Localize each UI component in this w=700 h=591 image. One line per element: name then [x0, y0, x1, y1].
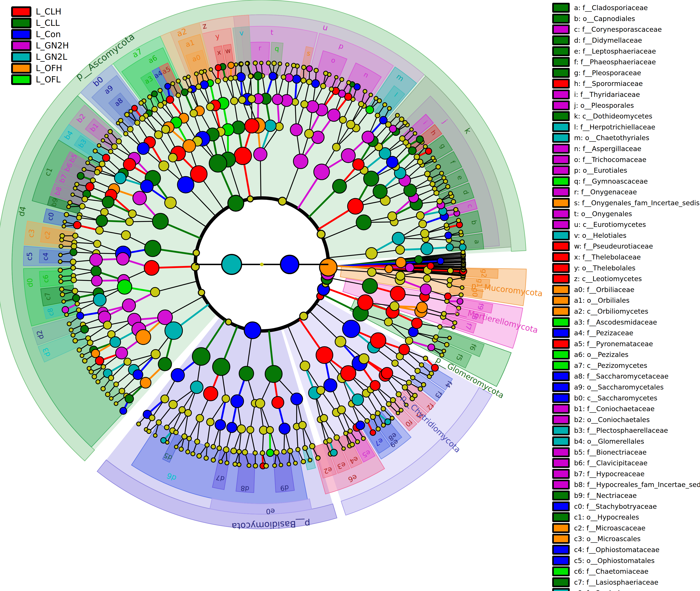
legend-swatch [552, 14, 570, 24]
legend-taxa-item: r: f__Onygenaceae [552, 187, 700, 198]
legend-taxa-item: a7: c__Pezizomycetes [552, 360, 700, 371]
legend-taxa-item: b5: f__Bionectriaceae [552, 447, 700, 458]
legend-taxa-item: b0: c__Saccharomycetes [552, 392, 700, 403]
legend-taxa-label: b: o__Capnodiales [574, 15, 635, 23]
legend-taxa-item: c5: o__Ophiostomatales [552, 555, 700, 566]
legend-taxa-label: c3: o__Microascales [574, 535, 641, 543]
legend-taxa-label: k: c__Dothideomycetes [574, 112, 652, 120]
clade-label-c6: c6 [42, 274, 50, 283]
legend-taxa-item: y: o__Thelebolales [552, 262, 700, 273]
legend-taxa-label: d: f__Didymellaceae [574, 36, 642, 44]
legend-taxa-label: c6: f__Chaetomiaceae [574, 567, 649, 575]
legend-swatch [552, 328, 570, 338]
legend-taxa-label: a1: o__Orbiliales [574, 297, 630, 304]
clade-label-c4: c4 [41, 252, 50, 261]
legend-swatch [552, 122, 570, 132]
legend-taxa-label: c1: o__Hypocreales [574, 513, 639, 521]
legend-group-label: L_CLL [36, 18, 60, 28]
legend-taxa-label: l: f__Herpotrichiellaceae [574, 123, 655, 131]
clade-label-c7: c7 [43, 292, 52, 301]
clade-label-d9: d9 [280, 483, 289, 492]
legend-taxa-label: h: f__Sporormiaceae [574, 80, 643, 87]
legend-taxa-label: a8: f__Saccharomycetaceae [574, 372, 668, 380]
legend-swatch [552, 155, 570, 165]
legend-taxa-item: a1: o__Orbiliales [552, 295, 700, 306]
legend-swatch [11, 18, 32, 28]
legend-swatch [11, 29, 32, 40]
legend-taxa-item: b8: f__Hypocreales_fam_Incertae_sedis [552, 479, 700, 490]
legend-swatch [552, 502, 570, 511]
legend-swatch [552, 3, 570, 13]
legend-swatch [552, 274, 570, 284]
legend-taxa-label: c5: o__Ophiostomatales [574, 556, 655, 565]
legend-taxa-label: b5: f__Bionectriaceae [574, 448, 647, 456]
legend-swatch [552, 458, 570, 468]
legend-taxa-label: q: f__Gymnoascaceae [574, 177, 648, 185]
legend-taxa-item: b6: f__Clavicipitaceae [552, 458, 700, 468]
legend-swatch [552, 306, 570, 316]
legend-swatch [552, 512, 570, 522]
legend-swatch [552, 523, 570, 533]
legend-taxa-item: a0: f__Orbiliaceae [552, 284, 700, 295]
legend-swatch [552, 404, 570, 414]
legend-taxa-item: c1: o__Hypocreales [552, 512, 700, 523]
legend-taxa-label: b3: f__Plectosphaerellaceae [574, 426, 668, 434]
legend-swatch [552, 447, 570, 457]
legend-swatch [552, 371, 570, 381]
cladogram: kjabcdefghiumlpnostqrzvywxa2a1a0a7a6a5a4… [0, 0, 700, 591]
legend-swatch [552, 111, 570, 121]
legend-taxa-label: s: f__Onygenales_fam_Incertae_sedis [574, 199, 700, 207]
legend-taxa-label: w: f__Pseudeurotiaceae [574, 242, 653, 250]
legend-swatch [552, 241, 570, 251]
legend-swatch [552, 89, 570, 100]
legend-taxa-item: m: o__Chaetothyriales [552, 132, 700, 143]
legend-taxa-item: b4: o__Glomerellales [552, 436, 700, 447]
legend-taxa-label: o: f__Trichocomaceae [574, 156, 646, 163]
legend-taxa-item: c8: f__Sordariaceae [552, 588, 700, 591]
legend-group-item: L_OFL [11, 74, 69, 85]
legend-taxa-item: j: o__Pleosporales [552, 100, 700, 111]
legend-group-item: L_OFH [11, 63, 69, 74]
legend-taxa-item: a2: c__Orbiliomycetes [552, 306, 700, 317]
legend-taxa-label: i: f__Thyridariaceae [574, 90, 640, 98]
legend-taxa-label: a4: f__Pezizaceae [574, 329, 633, 337]
legend-swatch [552, 360, 570, 371]
clade-label-g2: g2 [480, 269, 488, 278]
legend-taxa-label: a9: o__Saccharomycetales [574, 383, 664, 391]
legend-taxa-label: b8: f__Hypocreales_fam_Incertae_sedis [574, 481, 700, 488]
legend-swatch [552, 176, 570, 186]
group-legend: L_CLHL_CLLL_ConL_GN2HL_GN2LL_OFHL_OFL [11, 6, 69, 85]
legend-taxa-item: i: f__Thyridariaceae [552, 89, 700, 100]
legend-taxa-label: x: f__Thelebolaceae [574, 253, 641, 261]
legend-taxa-item: x: f__Thelebolaceae [552, 252, 700, 263]
legend-taxa-label: c2: f__Microascaceae [574, 524, 646, 532]
legend-swatch [552, 198, 570, 208]
legend-taxa-item: k: c__Dothideomycetes [552, 111, 700, 122]
legend-taxa-label: y: o__Thelebolales [574, 264, 635, 272]
legend-swatch [552, 545, 570, 555]
legend-taxa-label: u: c__Eurotiomycetes [574, 220, 646, 228]
legend-swatch [552, 252, 570, 262]
legend-group-label: L_GN2L [36, 52, 67, 62]
legend-taxa-label: b9: f__Nectriaceae [574, 491, 637, 500]
legend-taxa-item: c2: f__Microascaceae [552, 523, 700, 534]
legend-taxa-label: a7: c__Pezizomycetes [574, 362, 647, 370]
legend-taxa-item: b9: f__Nectriaceae [552, 490, 700, 501]
legend-taxa-label: b2: o__Coniochaetales [574, 416, 650, 423]
legend-swatch [552, 425, 570, 435]
legend-taxa-label: b7: f__Hypocreaceae [574, 470, 645, 478]
legend-taxa-item: a: f__Cladosporiaceae [552, 2, 700, 13]
center-right-node [281, 255, 299, 274]
legend-taxa-label: c7: f__Lasiosphaeriaceae [574, 578, 658, 586]
clade-label-d0: d0 [25, 278, 35, 287]
legend-taxa-item: b: o__Capnodiales [552, 13, 700, 24]
legend-taxa-item: c: f__Corynesporascaceae [552, 24, 700, 35]
legend-swatch [11, 63, 32, 74]
legend-swatch [11, 52, 32, 62]
legend-taxa-item: t: o__Onygenales [552, 208, 700, 219]
legend-taxa-item: w: f__Pseudeurotiaceae [552, 241, 700, 252]
legend-taxa-item: a6: o__Pezizales [552, 349, 700, 360]
legend-taxa-label: a2: c__Orbiliomycetes [574, 307, 648, 315]
legend-taxa-item: b7: f__Hypocreaceae [552, 468, 700, 479]
legend-swatch [552, 490, 570, 501]
